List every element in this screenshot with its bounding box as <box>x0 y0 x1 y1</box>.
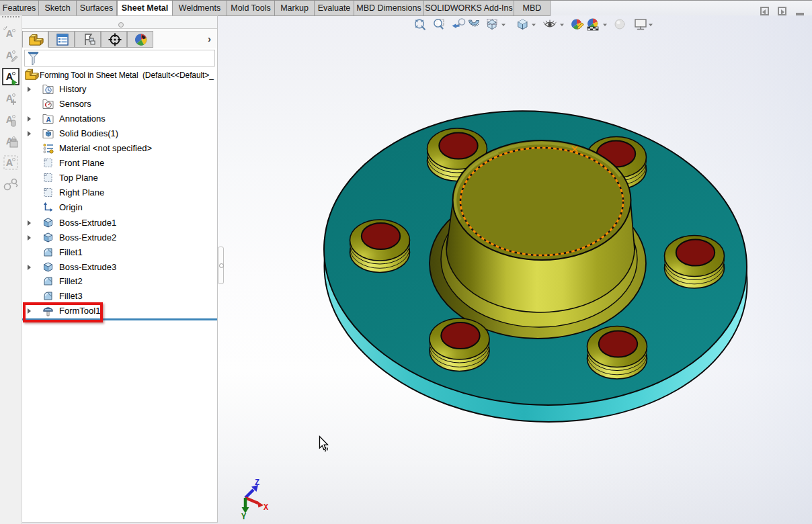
svg-text:A: A <box>6 157 13 168</box>
svg-text:X: X <box>263 503 269 513</box>
svg-text:A: A <box>6 50 13 60</box>
svg-text:A: A <box>46 116 50 124</box>
svg-text:A: A <box>6 28 13 39</box>
svg-text:Y: Y <box>241 513 247 522</box>
svg-text:Z: Z <box>255 478 259 488</box>
